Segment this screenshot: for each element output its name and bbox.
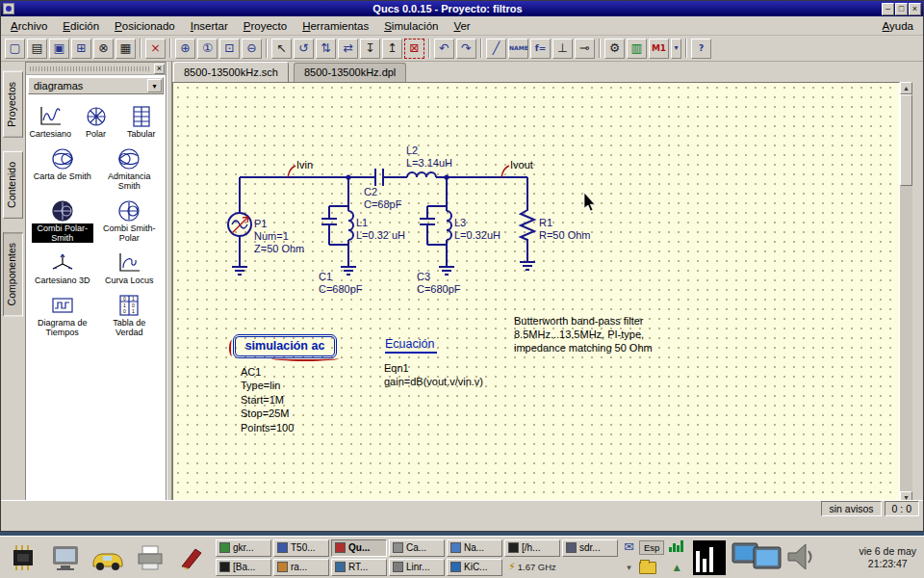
item-cartesiano[interactable]: Cartesiano — [29, 105, 71, 139]
component-P1[interactable] — [228, 177, 251, 275]
item-admitancia-smith[interactable]: Admitancia Smith — [98, 147, 160, 191]
tray-arrow-icon[interactable]: ▲ — [669, 560, 684, 575]
clock[interactable]: vie 6 de may 21:23:47 — [851, 545, 924, 570]
menu-ver[interactable]: Ver — [446, 18, 477, 34]
hide-tray-icon[interactable]: ▾ — [624, 560, 634, 575]
task-button-sdr[interactable]: sdr... — [562, 539, 618, 557]
menu-proyecto[interactable]: Proyecto — [236, 18, 295, 34]
redo-button[interactable]: ↷ — [456, 39, 476, 59]
volume-icon[interactable] — [784, 539, 817, 576]
equation-box[interactable]: Ecuación — [385, 337, 437, 354]
monitor-graph-icon[interactable] — [669, 540, 684, 554]
undo-button[interactable]: ↶ — [434, 39, 454, 59]
category-dropdown[interactable]: diagramas ▾ — [28, 77, 164, 94]
sidebar-tab-contenido[interactable]: Contenido — [3, 151, 23, 219]
port-button[interactable]: ⊸ — [575, 39, 595, 59]
folder-applet-icon[interactable] — [639, 562, 656, 574]
wire-label-button[interactable]: NAME — [508, 39, 528, 59]
task-button-kicad[interactable]: KiC... — [447, 559, 502, 576]
new-button[interactable]: ▢ — [5, 39, 25, 59]
item-combi-polar-smith[interactable]: Combi Polar-Smith — [32, 199, 93, 243]
rotate-button[interactable]: ↺ — [294, 39, 314, 59]
equation-button[interactable]: f= — [530, 39, 551, 59]
deactivate-button[interactable]: ⊠ — [404, 39, 424, 59]
car-icon[interactable] — [87, 539, 129, 577]
mail-icon[interactable]: ✉ — [624, 539, 634, 555]
mirror-x-button[interactable]: ⇅ — [316, 39, 336, 59]
close-panel-button[interactable]: × — [154, 64, 165, 74]
keyboard-layout-indicator[interactable]: Esp — [639, 540, 664, 555]
item-tabular[interactable]: Tabular — [120, 105, 163, 139]
item-carta-de-smith[interactable]: Carta de Smith — [32, 147, 93, 191]
component-R1[interactable] — [520, 177, 535, 270]
tab-schematic[interactable]: 8500-13500kHz.sch — [173, 62, 289, 82]
pop-out-button[interactable]: ↥ — [382, 39, 402, 59]
zoom-1-1-button[interactable]: ① — [197, 39, 218, 59]
component-L1-C1-branch[interactable] — [321, 177, 356, 275]
item-cartesiano-3d[interactable]: Cartesiano 3D — [32, 251, 93, 285]
save-button[interactable]: ▣ — [49, 39, 69, 59]
menu-herramientas[interactable]: Herramientas — [295, 18, 376, 34]
task-button-gkrellm[interactable]: gkr... — [216, 539, 271, 557]
save-all-button[interactable]: ⊞ — [71, 39, 91, 59]
task-button-na[interactable]: Na... — [447, 539, 502, 557]
dock-applet[interactable] — [693, 540, 726, 575]
marker-button[interactable]: M1 — [649, 39, 669, 59]
terminal-icon[interactable] — [44, 539, 87, 577]
ac-simulation-box[interactable]: simulación ac — [233, 334, 337, 358]
zoom-fit-button[interactable]: ⊡ — [219, 39, 240, 59]
close-file-button[interactable]: ⊗ — [93, 39, 114, 59]
maximize-button[interactable]: □ — [895, 3, 908, 15]
task-button-bash[interactable]: [Ba... — [216, 559, 271, 576]
print-button[interactable]: ▦ — [116, 39, 136, 59]
task-button-rt[interactable]: RT... — [331, 559, 387, 576]
task-button-qucs[interactable]: Qu... — [331, 539, 387, 557]
drag-handle[interactable] — [30, 66, 150, 71]
scroll-up-icon[interactable]: ▲ — [900, 82, 912, 94]
task-button-linr[interactable]: Linr... — [389, 559, 445, 576]
menu-edicion[interactable]: Edición — [55, 18, 107, 34]
chip-icon[interactable] — [2, 539, 44, 577]
item-polar[interactable]: Polar — [75, 105, 117, 139]
schematic-canvas[interactable]: Ivin Ivout L2 L=3.14uH C2 C=68pF P1 Num=… — [172, 82, 900, 504]
mirror-y-button[interactable]: ⇄ — [338, 39, 358, 59]
task-button-home-shell[interactable]: [/h... — [504, 539, 560, 557]
zoom-in-button[interactable]: ⊕ — [175, 39, 195, 59]
wire-button[interactable]: ╱ — [486, 39, 506, 59]
item-diagrama-de-tiempos[interactable]: Diagrama de Tiempos — [32, 294, 93, 337]
minimize-button[interactable]: – — [882, 3, 894, 15]
component-L3-C3-branch[interactable] — [420, 177, 454, 275]
vertical-scroll-thumb[interactable] — [900, 94, 912, 186]
context-help-button[interactable]: ? — [691, 39, 711, 59]
tab-data-display[interactable]: 8500-13500kHz.dpl — [294, 63, 406, 82]
simulate-button[interactable]: ⚙ — [604, 39, 625, 59]
item-combi-smith-polar[interactable]: Combi Smith-Polar — [98, 199, 160, 243]
display-settings-icon[interactable] — [731, 539, 783, 576]
marker-menu-button[interactable]: ▾ — [671, 39, 681, 59]
open-button[interactable]: ▤ — [27, 39, 47, 59]
menu-archivo[interactable]: Archivo — [3, 18, 55, 34]
push-into-subcircuit-button[interactable]: ↧ — [360, 39, 380, 59]
menu-simulacion[interactable]: Simulación — [376, 18, 446, 34]
close-button[interactable]: × — [909, 3, 921, 15]
zoom-out-button[interactable]: ⊖ — [242, 39, 262, 59]
brush-icon[interactable] — [171, 539, 214, 577]
item-curva-locus[interactable]: Curva Locus — [98, 251, 160, 285]
sidebar-tab-proyectos[interactable]: Proyectos — [3, 71, 23, 138]
task-button-ra[interactable]: ra... — [273, 559, 329, 576]
cpu-frequency[interactable]: ⚡1.67 GHz — [504, 559, 560, 576]
component-L2[interactable] — [407, 172, 436, 177]
ground-button[interactable]: ⊥ — [552, 39, 573, 59]
menu-insertar[interactable]: Insertar — [183, 18, 236, 34]
view-data-display-button[interactable]: ▥ — [627, 39, 647, 59]
menu-ayuda[interactable]: Ayuda — [875, 18, 921, 34]
menu-posicionado[interactable]: Posicionado — [107, 18, 183, 34]
printer-icon[interactable] — [129, 539, 171, 577]
delete-button[interactable]: × — [145, 39, 166, 59]
task-button-ca[interactable]: Ca... — [389, 539, 445, 557]
item-tabla-de-verdad[interactable]: 011001 Tabla de Verdad — [98, 294, 160, 337]
task-button-t50[interactable]: T50... — [273, 539, 329, 557]
component-C2[interactable] — [375, 169, 383, 186]
select-button[interactable]: ↖ — [271, 39, 292, 59]
sidebar-tab-componentes[interactable]: Componentes — [3, 232, 23, 316]
